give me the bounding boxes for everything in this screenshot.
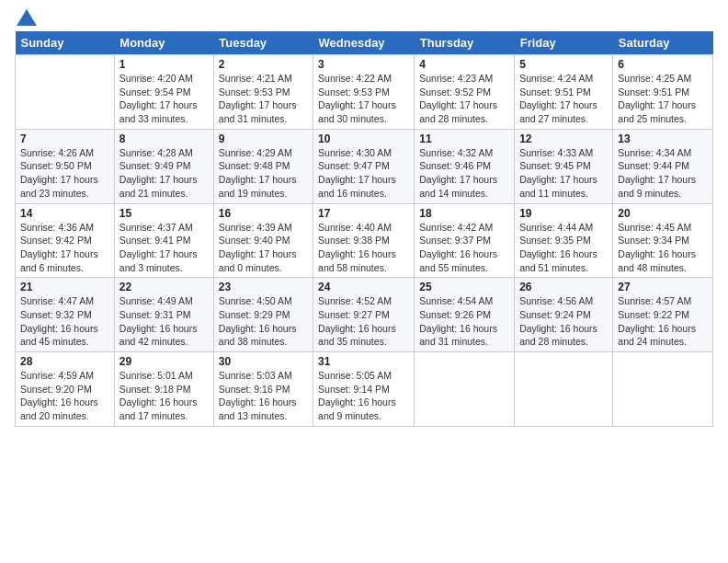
weekday-header: Saturday <box>613 31 713 55</box>
day-number: 5 <box>519 58 608 71</box>
calendar-cell: 6Sunrise: 4:25 AM Sunset: 9:51 PM Daylig… <box>613 55 713 130</box>
calendar-cell: 4Sunrise: 4:23 AM Sunset: 9:52 PM Daylig… <box>415 55 515 130</box>
day-info: Sunrise: 4:26 AM Sunset: 9:50 PM Dayligh… <box>20 146 109 201</box>
day-number: 4 <box>419 58 509 71</box>
calendar-cell: 14Sunrise: 4:36 AM Sunset: 9:42 PM Dayli… <box>16 203 115 278</box>
day-number: 27 <box>618 281 708 293</box>
day-info: Sunrise: 4:56 AM Sunset: 9:24 PM Dayligh… <box>519 294 608 349</box>
calendar-cell: 7Sunrise: 4:26 AM Sunset: 9:50 PM Daylig… <box>16 129 115 203</box>
day-info: Sunrise: 4:32 AM Sunset: 9:46 PM Dayligh… <box>419 146 509 201</box>
day-number: 9 <box>219 132 308 145</box>
day-number: 12 <box>519 132 608 145</box>
day-info: Sunrise: 4:57 AM Sunset: 9:22 PM Dayligh… <box>618 294 708 349</box>
day-info: Sunrise: 4:50 AM Sunset: 9:29 PM Dayligh… <box>219 294 308 349</box>
logo-icon <box>17 9 37 26</box>
calendar-cell <box>613 352 713 427</box>
calendar-cell: 22Sunrise: 4:49 AM Sunset: 9:31 PM Dayli… <box>114 278 213 352</box>
day-number: 21 <box>20 281 109 293</box>
calendar-cell: 25Sunrise: 4:54 AM Sunset: 9:26 PM Dayli… <box>415 278 515 352</box>
logo <box>15 13 37 26</box>
calendar-cell: 31Sunrise: 5:05 AM Sunset: 9:14 PM Dayli… <box>313 352 415 427</box>
day-info: Sunrise: 4:22 AM Sunset: 9:53 PM Dayligh… <box>318 72 409 126</box>
day-number: 1 <box>119 58 209 71</box>
day-info: Sunrise: 4:21 AM Sunset: 9:53 PM Dayligh… <box>219 72 308 126</box>
day-info: Sunrise: 4:40 AM Sunset: 9:38 PM Dayligh… <box>318 221 409 275</box>
day-info: Sunrise: 5:03 AM Sunset: 9:16 PM Dayligh… <box>219 369 308 423</box>
day-info: Sunrise: 4:44 AM Sunset: 9:35 PM Dayligh… <box>519 221 608 275</box>
calendar-cell: 28Sunrise: 4:59 AM Sunset: 9:20 PM Dayli… <box>16 352 115 427</box>
calendar-body: 1Sunrise: 4:20 AM Sunset: 9:54 PM Daylig… <box>16 55 713 427</box>
calendar-cell: 30Sunrise: 5:03 AM Sunset: 9:16 PM Dayli… <box>213 352 313 427</box>
calendar-week-row: 7Sunrise: 4:26 AM Sunset: 9:50 PM Daylig… <box>16 129 713 203</box>
day-number: 11 <box>419 132 509 145</box>
weekday-header-row: SundayMondayTuesdayWednesdayThursdayFrid… <box>16 31 713 55</box>
day-info: Sunrise: 4:45 AM Sunset: 9:34 PM Dayligh… <box>618 221 708 275</box>
svg-marker-0 <box>17 9 37 26</box>
day-number: 3 <box>318 58 409 71</box>
day-info: Sunrise: 4:23 AM Sunset: 9:52 PM Dayligh… <box>419 72 509 126</box>
calendar-cell: 8Sunrise: 4:28 AM Sunset: 9:49 PM Daylig… <box>114 129 213 203</box>
day-number: 28 <box>20 355 109 368</box>
day-info: Sunrise: 4:33 AM Sunset: 9:45 PM Dayligh… <box>519 146 608 201</box>
day-number: 14 <box>20 207 109 220</box>
logo-text <box>15 13 37 26</box>
day-number: 29 <box>119 355 209 368</box>
calendar-cell <box>515 352 613 427</box>
calendar-cell: 13Sunrise: 4:34 AM Sunset: 9:44 PM Dayli… <box>613 129 713 203</box>
day-number: 26 <box>519 281 608 293</box>
calendar-cell: 11Sunrise: 4:32 AM Sunset: 9:46 PM Dayli… <box>415 129 515 203</box>
calendar-cell: 21Sunrise: 4:47 AM Sunset: 9:32 PM Dayli… <box>16 278 115 352</box>
day-number: 6 <box>618 58 708 71</box>
day-info: Sunrise: 4:28 AM Sunset: 9:49 PM Dayligh… <box>119 146 209 201</box>
day-info: Sunrise: 4:52 AM Sunset: 9:27 PM Dayligh… <box>318 294 409 349</box>
calendar-cell: 1Sunrise: 4:20 AM Sunset: 9:54 PM Daylig… <box>114 55 213 130</box>
calendar-cell: 18Sunrise: 4:42 AM Sunset: 9:37 PM Dayli… <box>415 203 515 278</box>
calendar-week-row: 21Sunrise: 4:47 AM Sunset: 9:32 PM Dayli… <box>16 278 713 352</box>
calendar-table: SundayMondayTuesdayWednesdayThursdayFrid… <box>15 31 713 427</box>
day-number: 19 <box>519 207 608 220</box>
day-number: 16 <box>219 207 308 220</box>
calendar-cell: 16Sunrise: 4:39 AM Sunset: 9:40 PM Dayli… <box>213 203 313 278</box>
day-number: 7 <box>20 132 109 145</box>
day-info: Sunrise: 4:34 AM Sunset: 9:44 PM Dayligh… <box>618 146 708 201</box>
day-number: 8 <box>119 132 209 145</box>
day-info: Sunrise: 4:20 AM Sunset: 9:54 PM Dayligh… <box>119 72 209 126</box>
day-number: 20 <box>618 207 708 220</box>
day-info: Sunrise: 4:47 AM Sunset: 9:32 PM Dayligh… <box>20 294 109 349</box>
day-number: 23 <box>219 281 308 293</box>
calendar-cell: 19Sunrise: 4:44 AM Sunset: 9:35 PM Dayli… <box>515 203 613 278</box>
page: SundayMondayTuesdayWednesdayThursdayFrid… <box>0 0 728 563</box>
day-info: Sunrise: 4:36 AM Sunset: 9:42 PM Dayligh… <box>20 221 109 275</box>
weekday-header: Tuesday <box>213 31 313 55</box>
calendar-cell <box>415 352 515 427</box>
calendar-cell: 15Sunrise: 4:37 AM Sunset: 9:41 PM Dayli… <box>114 203 213 278</box>
day-info: Sunrise: 4:29 AM Sunset: 9:48 PM Dayligh… <box>219 146 308 201</box>
day-info: Sunrise: 4:39 AM Sunset: 9:40 PM Dayligh… <box>219 221 308 275</box>
day-info: Sunrise: 4:37 AM Sunset: 9:41 PM Dayligh… <box>119 221 209 275</box>
calendar-cell: 27Sunrise: 4:57 AM Sunset: 9:22 PM Dayli… <box>613 278 713 352</box>
calendar-cell: 17Sunrise: 4:40 AM Sunset: 9:38 PM Dayli… <box>313 203 415 278</box>
calendar-week-row: 14Sunrise: 4:36 AM Sunset: 9:42 PM Dayli… <box>16 203 713 278</box>
day-info: Sunrise: 4:30 AM Sunset: 9:47 PM Dayligh… <box>318 146 409 201</box>
day-number: 13 <box>618 132 708 145</box>
day-info: Sunrise: 5:05 AM Sunset: 9:14 PM Dayligh… <box>318 369 409 423</box>
day-number: 2 <box>219 58 308 71</box>
day-number: 22 <box>119 281 209 293</box>
day-info: Sunrise: 4:49 AM Sunset: 9:31 PM Dayligh… <box>119 294 209 349</box>
calendar-week-row: 28Sunrise: 4:59 AM Sunset: 9:20 PM Dayli… <box>16 352 713 427</box>
calendar-cell: 3Sunrise: 4:22 AM Sunset: 9:53 PM Daylig… <box>313 55 415 130</box>
calendar-cell: 24Sunrise: 4:52 AM Sunset: 9:27 PM Dayli… <box>313 278 415 352</box>
calendar-cell: 23Sunrise: 4:50 AM Sunset: 9:29 PM Dayli… <box>213 278 313 352</box>
day-number: 30 <box>219 355 308 368</box>
day-number: 17 <box>318 207 409 220</box>
weekday-header: Friday <box>515 31 613 55</box>
day-info: Sunrise: 5:01 AM Sunset: 9:18 PM Dayligh… <box>119 369 209 423</box>
weekday-header: Monday <box>114 31 213 55</box>
day-info: Sunrise: 4:54 AM Sunset: 9:26 PM Dayligh… <box>419 294 509 349</box>
header <box>15 9 713 26</box>
day-number: 15 <box>119 207 209 220</box>
day-number: 24 <box>318 281 409 293</box>
day-info: Sunrise: 4:59 AM Sunset: 9:20 PM Dayligh… <box>20 369 109 423</box>
calendar-cell <box>16 55 115 130</box>
calendar-cell: 10Sunrise: 4:30 AM Sunset: 9:47 PM Dayli… <box>313 129 415 203</box>
